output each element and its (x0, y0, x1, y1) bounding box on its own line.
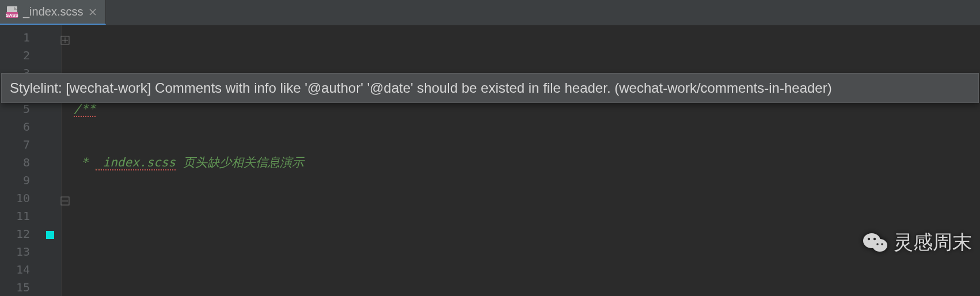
tab-filename: _index.scss (23, 5, 83, 18)
tab-index-scss[interactable]: SASS _index.scss (0, 0, 106, 25)
line-number: 2 (0, 47, 41, 64)
lint-tooltip: Stylelint: [wechat-work] Comments with i… (1, 73, 979, 103)
close-icon[interactable] (88, 7, 97, 17)
line-number: 11 (0, 207, 41, 225)
code-editor[interactable]: 1 2 3 4 5 6 7 8 9 10 11 12 13 14 15 /** (0, 25, 980, 296)
line-number: 1 (0, 29, 41, 47)
code-area[interactable]: /** * _index.scss 页头缺少相关信息演示 // #common … (73, 25, 980, 296)
sass-file-icon: SASS (6, 6, 18, 18)
line-number: 10 (0, 189, 41, 207)
code-line (73, 261, 980, 279)
tab-bar: SASS _index.scss (0, 0, 980, 25)
line-number: 9 (0, 172, 41, 189)
fold-start-icon[interactable] (60, 32, 71, 43)
line-number: 14 (0, 261, 41, 279)
marker-gutter (41, 25, 61, 296)
line-number: 7 (0, 136, 41, 154)
code-line: * _index.scss 页头缺少相关信息演示 (73, 154, 980, 172)
lint-tooltip-text: Stylelint: [wechat-work] Comments with i… (10, 80, 832, 96)
breakpoint-marker[interactable] (46, 231, 54, 239)
code-line (73, 207, 980, 225)
line-number: 15 (0, 279, 41, 296)
line-number: 8 (0, 154, 41, 172)
fold-start-icon[interactable] (60, 193, 71, 203)
fold-gutter (61, 25, 73, 296)
line-number: 6 (0, 118, 41, 136)
line-number: 13 (0, 243, 41, 261)
line-number: 12 (0, 225, 41, 243)
line-number-gutter: 1 2 3 4 5 6 7 8 9 10 11 12 13 14 15 (0, 25, 41, 296)
svg-text:SASS: SASS (6, 13, 18, 18)
